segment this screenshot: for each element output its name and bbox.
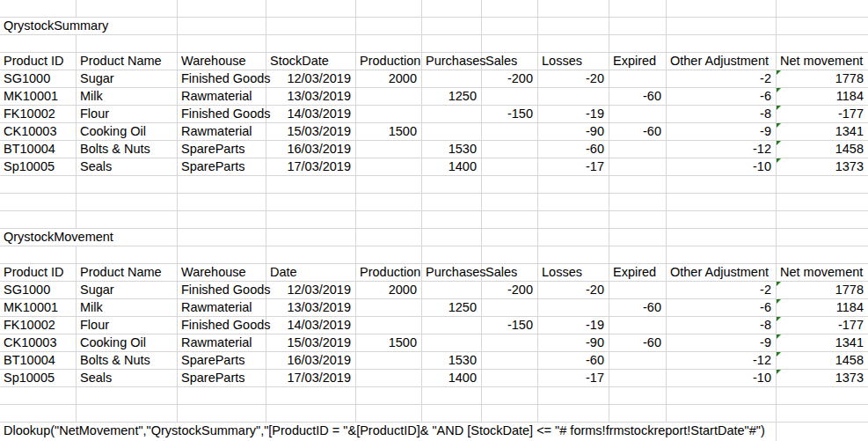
table-cell[interactable]: 15/03/2019 — [266, 334, 356, 352]
table-cell[interactable]: Rawmaterial — [178, 123, 266, 141]
empty-cell[interactable] — [538, 387, 609, 405]
table-cell[interactable]: -12 — [667, 141, 777, 158]
table-cell[interactable]: -60 — [609, 123, 667, 141]
column-header-product-name[interactable]: Product Name — [77, 53, 178, 70]
empty-cell[interactable] — [266, 405, 356, 423]
table-cell[interactable]: Flour — [77, 317, 178, 334]
table-cell[interactable] — [609, 141, 667, 158]
table-cell[interactable] — [422, 334, 482, 352]
table-cell[interactable] — [482, 334, 538, 352]
table-cell[interactable]: -17 — [538, 370, 609, 387]
empty-cell[interactable] — [482, 246, 538, 264]
table-cell[interactable]: 1500 — [356, 334, 422, 352]
table-cell[interactable] — [356, 352, 422, 370]
table-cell[interactable]: 1250 — [422, 88, 482, 106]
table-cell[interactable]: 16/03/2019 — [266, 352, 356, 370]
table-cell[interactable]: -200 — [482, 70, 538, 88]
table-cell[interactable] — [609, 70, 667, 88]
empty-cell[interactable] — [422, 194, 482, 211]
table-cell[interactable]: Cooking Oil — [77, 334, 178, 352]
empty-cell[interactable] — [356, 405, 422, 423]
table-cell[interactable]: Rawmaterial — [178, 299, 266, 317]
column-header-expired[interactable]: Expired — [609, 264, 667, 282]
empty-cell[interactable] — [482, 387, 538, 405]
empty-cell[interactable] — [178, 229, 266, 246]
empty-cell[interactable] — [609, 387, 667, 405]
table-cell[interactable]: BT10004 — [0, 352, 77, 370]
table-cell[interactable] — [356, 106, 422, 123]
empty-cell[interactable] — [609, 18, 667, 35]
empty-cell[interactable] — [777, 0, 868, 18]
empty-cell[interactable] — [609, 211, 667, 229]
table-cell[interactable]: -8 — [667, 317, 777, 334]
cell-net-movement[interactable]: 1458 — [777, 141, 868, 158]
empty-cell[interactable] — [667, 387, 777, 405]
table-title-qrystocksummary[interactable]: QrystockSummary — [0, 18, 178, 35]
table-cell[interactable] — [609, 282, 667, 299]
empty-cell[interactable] — [538, 229, 609, 246]
empty-cell[interactable] — [482, 194, 538, 211]
empty-cell[interactable] — [77, 176, 178, 194]
table-cell[interactable]: 1250 — [422, 299, 482, 317]
empty-cell[interactable] — [538, 194, 609, 211]
table-cell[interactable]: 1500 — [356, 123, 422, 141]
column-header-product-id[interactable]: Product ID — [0, 53, 77, 70]
column-header-sales[interactable]: Sales — [482, 53, 538, 70]
empty-cell[interactable] — [422, 176, 482, 194]
empty-cell[interactable] — [178, 246, 266, 264]
empty-cell[interactable] — [178, 0, 266, 18]
table-cell[interactable]: -150 — [482, 317, 538, 334]
cell-net-movement[interactable]: 1184 — [777, 299, 868, 317]
empty-cell[interactable] — [538, 35, 609, 53]
table-cell[interactable]: Sugar — [77, 282, 178, 299]
empty-cell[interactable] — [777, 246, 868, 264]
table-cell[interactable]: Flour — [77, 106, 178, 123]
empty-cell[interactable] — [667, 405, 777, 423]
empty-cell[interactable] — [538, 405, 609, 423]
table-cell[interactable]: CK10003 — [0, 123, 77, 141]
table-cell[interactable]: 16/03/2019 — [266, 141, 356, 158]
column-header-production[interactable]: Production — [356, 264, 422, 282]
empty-cell[interactable] — [777, 18, 868, 35]
empty-cell[interactable] — [178, 176, 266, 194]
table-cell[interactable] — [482, 352, 538, 370]
empty-cell[interactable] — [178, 387, 266, 405]
table-cell[interactable] — [422, 70, 482, 88]
table-cell[interactable] — [482, 141, 538, 158]
table-cell[interactable]: MK10001 — [0, 299, 77, 317]
table-cell[interactable]: -60 — [609, 88, 667, 106]
table-cell[interactable]: Sp10005 — [0, 370, 77, 387]
table-cell[interactable] — [356, 141, 422, 158]
table-cell[interactable]: FK10002 — [0, 317, 77, 334]
empty-cell[interactable] — [482, 176, 538, 194]
empty-cell[interactable] — [609, 229, 667, 246]
empty-cell[interactable] — [538, 0, 609, 18]
empty-cell[interactable] — [482, 229, 538, 246]
table-cell[interactable]: BT10004 — [0, 141, 77, 158]
table-cell[interactable] — [356, 299, 422, 317]
empty-cell[interactable] — [422, 18, 482, 35]
table-cell[interactable]: 17/03/2019 — [266, 370, 356, 387]
empty-cell[interactable] — [266, 229, 356, 246]
table-cell[interactable]: Seals — [77, 158, 178, 176]
empty-cell[interactable] — [77, 246, 178, 264]
table-cell[interactable]: -2 — [667, 282, 777, 299]
empty-cell[interactable] — [609, 0, 667, 18]
empty-cell[interactable] — [609, 246, 667, 264]
table-cell[interactable]: Sp10005 — [0, 158, 77, 176]
table-cell[interactable]: 1530 — [422, 141, 482, 158]
table-cell[interactable] — [422, 106, 482, 123]
empty-cell[interactable] — [538, 18, 609, 35]
empty-cell[interactable] — [0, 246, 77, 264]
empty-cell[interactable] — [178, 35, 266, 53]
table-cell[interactable]: Finished Goods — [178, 317, 266, 334]
empty-cell[interactable] — [609, 405, 667, 423]
cell-net-movement[interactable]: 1341 — [777, 123, 868, 141]
table-cell[interactable]: -19 — [538, 317, 609, 334]
table-cell[interactable]: 2000 — [356, 70, 422, 88]
table-cell[interactable]: 13/03/2019 — [266, 88, 356, 106]
table-cell[interactable] — [609, 317, 667, 334]
table-cell[interactable]: Sugar — [77, 70, 178, 88]
empty-cell[interactable] — [356, 0, 422, 18]
table-cell[interactable]: Finished Goods — [178, 282, 266, 299]
